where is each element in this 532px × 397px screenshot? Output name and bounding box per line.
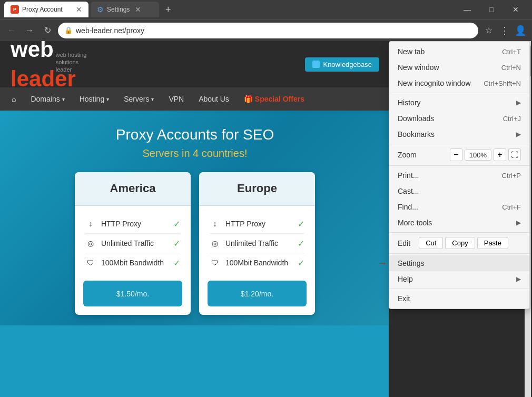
price-button-america[interactable]: $1.50/mo. — [83, 281, 182, 306]
menu-help-label: Help — [398, 275, 514, 283]
menu-cast[interactable]: Cast... — [389, 183, 529, 199]
divider-4 — [389, 232, 529, 233]
menu-more-tools-label: More tools — [398, 219, 514, 227]
menu-find-label: Find... — [398, 203, 502, 211]
proxy-icon-europe: ↕ — [210, 219, 220, 229]
nav-special-offers[interactable]: 🎁 Special Offers — [238, 92, 311, 106]
menu-new-window-shortcut: Ctrl+N — [501, 64, 521, 72]
menu-new-incognito[interactable]: New incognito window Ctrl+Shift+N — [389, 75, 529, 91]
hosting-arrow: ▾ — [106, 96, 109, 102]
paste-button[interactable]: Paste — [477, 237, 508, 249]
minimize-button[interactable]: — — [455, 2, 479, 17]
check-bandwidth-america: ✓ — [173, 258, 180, 268]
feature-bandwidth-europe: 🛡 100Mbit Bandwidth ✓ — [210, 253, 304, 272]
nav-vpn[interactable]: VPN — [162, 92, 190, 106]
tab-label-proxy: Proxy Account — [22, 6, 73, 13]
nav-servers[interactable]: Servers ▾ — [117, 92, 160, 106]
help-arrow: ▶ — [516, 275, 521, 283]
menu-settings[interactable]: → Settings — [389, 255, 529, 271]
new-tab-button[interactable]: + — [161, 4, 175, 15]
browser-window: P Proxy Account ✕ ⚙ Settings ✕ + — □ ✕ ←… — [0, 0, 532, 397]
menu-print[interactable]: Print... Ctrl+P — [389, 167, 529, 183]
feature-traffic-america: ◎ Unlimited Traffic ✓ — [85, 234, 180, 253]
card-header-america: America — [75, 172, 191, 206]
chrome-menu-button[interactable]: ⋮ — [497, 23, 512, 38]
menu-bookmarks[interactable]: Bookmarks ▶ — [389, 126, 529, 142]
zoom-plus-button[interactable]: + — [494, 148, 506, 161]
profile-button[interactable]: 👤 — [513, 23, 528, 38]
knowledgebase-button[interactable]: Knowledgebase — [305, 57, 379, 72]
tab-label-settings: Settings — [107, 6, 130, 13]
logo-leader: leader — [11, 68, 86, 90]
cut-button[interactable]: Cut — [419, 237, 443, 249]
menu-history-label: History — [398, 98, 514, 107]
hero-title: Proxy Accounts for SEO — [11, 126, 379, 143]
feature-bandwidth-america: 🛡 100Mbit Bandwidth ✓ — [85, 253, 180, 272]
menu-print-shortcut: Ctrl+P — [502, 172, 521, 180]
maximize-button[interactable]: □ — [479, 2, 504, 17]
window-controls: — □ ✕ — [455, 2, 528, 17]
check-bandwidth-europe: ✓ — [298, 258, 304, 268]
tab-close-proxy[interactable]: ✕ — [76, 6, 82, 13]
hero-section: Proxy Accounts for SEO Servers in 4 coun… — [0, 111, 389, 325]
menu-exit-label: Exit — [398, 294, 521, 303]
back-button[interactable]: ← — [4, 23, 19, 38]
edit-label: Edit — [398, 239, 410, 247]
divider-2 — [389, 144, 529, 144]
reload-button[interactable]: ↻ — [40, 23, 55, 38]
menu-help[interactable]: Help ▶ — [389, 271, 529, 287]
card-features-america: ↕ HTTP Proxy ✓ ◎ Unlimited Traffic ✓ — [75, 206, 191, 281]
menu-new-tab[interactable]: New tab Ctrl+T — [389, 44, 529, 59]
active-tab[interactable]: P Proxy Account ✕ — [4, 2, 88, 17]
menu-new-tab-shortcut: Ctrl+T — [502, 48, 521, 56]
title-bar: P Proxy Account ✕ ⚙ Settings ✕ + — □ ✕ — [0, 0, 532, 19]
menu-history[interactable]: History ▶ — [389, 95, 529, 111]
right-panel: New tab Ctrl+T New window Ctrl+N New inc… — [389, 41, 531, 397]
nav-home[interactable]: ⌂ — [5, 92, 22, 106]
zoom-label: Zoom — [398, 151, 448, 159]
menu-find-shortcut: Ctrl+F — [502, 203, 521, 211]
bookmarks-arrow: ▶ — [516, 131, 521, 138]
check-traffic-america: ✓ — [173, 239, 180, 249]
card-america: America ↕ HTTP Proxy ✓ ◎ Unli — [75, 172, 191, 315]
menu-new-incognito-label: New incognito window — [398, 79, 484, 87]
edit-row: Edit Cut Copy Paste — [389, 234, 529, 252]
price-button-europe[interactable]: $1.20/mo. — [208, 281, 307, 306]
nav-about[interactable]: About Us — [192, 92, 235, 106]
card-europe: Europe ↕ HTTP Proxy ✓ ◎ Unlim — [199, 172, 315, 315]
zoom-expand-button[interactable]: ⛶ — [508, 148, 521, 161]
tab-close-settings[interactable]: ✕ — [135, 6, 141, 13]
close-button[interactable]: ✕ — [504, 2, 528, 17]
settings-tab-icon: ⚙ — [97, 5, 104, 14]
divider-5 — [389, 253, 529, 254]
nav-domains[interactable]: Domains ▾ — [24, 92, 71, 106]
hero-subtitle: Servers in 4 countries! — [11, 147, 379, 160]
zoom-percent: 100% — [465, 150, 491, 161]
bandwidth-icon-america: 🛡 — [85, 257, 96, 268]
forward-button[interactable]: → — [22, 23, 37, 38]
menu-exit[interactable]: Exit — [389, 291, 529, 306]
copy-button[interactable]: Copy — [445, 237, 475, 249]
toolbar-actions: ☆ ⋮ 👤 — [481, 23, 528, 38]
menu-find[interactable]: Find... Ctrl+F — [389, 199, 529, 215]
menu-bookmarks-label: Bookmarks — [398, 130, 514, 138]
inactive-tab-settings[interactable]: ⚙ Settings ✕ — [91, 2, 159, 17]
feature-http-proxy-europe: ↕ HTTP Proxy ✓ — [210, 214, 304, 234]
browser-content: web web hostingsolutionsleader leader Kn… — [0, 41, 532, 397]
menu-downloads[interactable]: Downloads Ctrl+J — [389, 111, 529, 126]
webpage: web web hostingsolutionsleader leader Kn… — [0, 41, 389, 397]
check-proxy-america: ✓ — [173, 219, 180, 229]
zoom-row: Zoom − 100% + ⛶ — [389, 146, 529, 164]
menu-more-tools[interactable]: More tools ▶ — [389, 215, 529, 231]
feature-traffic-europe: ◎ Unlimited Traffic ✓ — [210, 234, 304, 253]
browser-toolbar: ← → ↻ 🔒 web-leader.net/proxy ☆ ⋮ 👤 — [0, 19, 532, 41]
zoom-minus-button[interactable]: − — [450, 148, 462, 161]
address-text: web-leader.net/proxy — [76, 26, 472, 35]
address-bar[interactable]: 🔒 web-leader.net/proxy — [58, 23, 478, 38]
bookmark-button[interactable]: ☆ — [481, 23, 496, 38]
period-america: /mo. — [135, 290, 149, 298]
nav-hosting[interactable]: Hosting ▾ — [73, 92, 115, 106]
menu-new-window[interactable]: New window Ctrl+N — [389, 59, 529, 75]
menu-new-incognito-shortcut: Ctrl+Shift+N — [484, 80, 521, 87]
check-traffic-europe: ✓ — [298, 239, 304, 249]
